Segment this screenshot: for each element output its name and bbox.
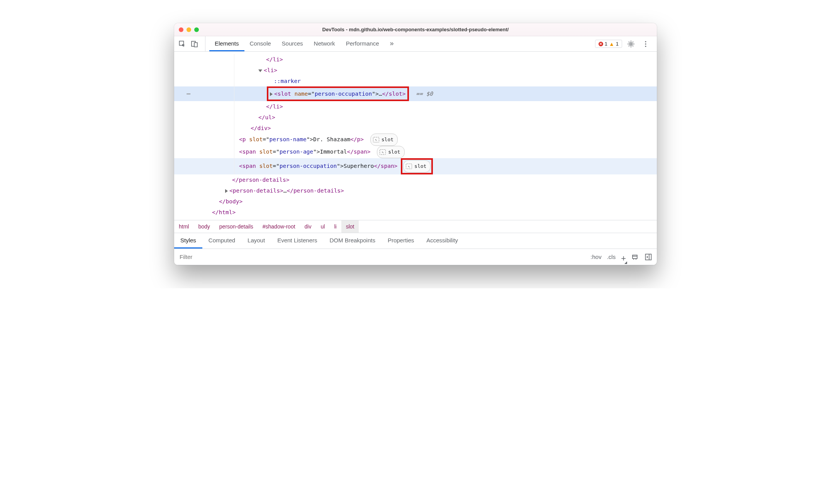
tab-sources[interactable]: Sources [276, 36, 309, 51]
svg-point-3 [630, 43, 632, 45]
reveal-slot-badge[interactable]: ↖slot [403, 160, 431, 173]
crumb-body[interactable]: body [193, 220, 214, 233]
crumb-slot[interactable]: slot [341, 220, 359, 233]
settings-gear-icon[interactable] [625, 38, 637, 50]
cls-toggle[interactable]: .cls [607, 254, 616, 260]
tab-elements[interactable]: Elements [209, 36, 244, 51]
tab-network[interactable]: Network [309, 36, 341, 51]
tab-styles[interactable]: Styles [174, 233, 202, 249]
warning-count: 1 [616, 41, 619, 47]
window-title: DevTools - mdn.github.io/web-components-… [174, 27, 657, 32]
tab-dom-breakpoints[interactable]: DOM Breakpoints [324, 233, 382, 249]
tab-accessibility[interactable]: Accessibility [420, 233, 464, 249]
dom-node[interactable]: </html> [174, 207, 657, 218]
dom-node[interactable]: <person-details>…</person-details> [174, 185, 657, 196]
dom-node[interactable]: </ul> [174, 112, 657, 123]
reveal-icon: ↖ [380, 149, 386, 155]
device-toolbar-icon[interactable] [189, 38, 200, 50]
svg-rect-7 [633, 255, 637, 259]
reveal-icon: ↖ [373, 137, 379, 142]
highlight-box: <slot name="person-occupation">…</slot> [267, 86, 409, 101]
toggle-common-rendering-icon[interactable] [631, 253, 639, 261]
svg-point-4 [645, 41, 646, 42]
dom-node[interactable]: ::marker [174, 76, 657, 86]
styles-filter-row: :hov .cls +◢ [174, 249, 657, 265]
dom-node[interactable]: <span slot="person-age">Immortal</span> … [174, 146, 657, 158]
dom-node[interactable]: <span slot="person-occupation">Superhero… [174, 158, 657, 174]
tab-layout[interactable]: Layout [241, 233, 271, 249]
error-icon: ✕ [599, 42, 603, 46]
toggle-computed-sidebar-icon[interactable] [644, 253, 652, 261]
devtools-window: DevTools - mdn.github.io/web-components-… [174, 23, 657, 265]
error-count: 1 [605, 41, 607, 47]
svg-point-5 [645, 43, 646, 44]
main-toolbar: Elements Console Sources Network Perform… [174, 36, 657, 52]
reveal-slot-badge[interactable]: ↖slot [370, 134, 398, 146]
reveal-slot-badge[interactable]: ↖slot [377, 146, 404, 158]
svg-rect-2 [194, 42, 197, 47]
gutter-menu-icon[interactable]: ⋯ [174, 86, 203, 101]
panel-tabs: Elements Console Sources Network Perform… [209, 36, 595, 51]
tab-properties[interactable]: Properties [382, 233, 420, 249]
highlight-box: ↖slot [401, 158, 433, 174]
expand-toggle-icon[interactable] [258, 69, 262, 72]
tab-computed[interactable]: Computed [202, 233, 241, 249]
titlebar: DevTools - mdn.github.io/web-components-… [174, 23, 657, 36]
expand-toggle-icon[interactable] [225, 189, 228, 193]
elements-tree[interactable]: </li> <li> ::marker ⋯ <slot name="person… [174, 52, 657, 220]
dom-node[interactable]: </person-details> [174, 174, 657, 185]
crumb-ul[interactable]: ul [316, 220, 329, 233]
breadcrumb: html body person-details #shadow-root di… [174, 220, 657, 233]
dom-node[interactable]: </div> [174, 123, 657, 134]
dom-node[interactable]: </li> [174, 101, 657, 112]
crumb-person-details[interactable]: person-details [215, 220, 258, 233]
console-ref: == $0 [416, 91, 433, 97]
tabs-overflow-icon[interactable]: » [385, 36, 399, 51]
dom-node[interactable]: <li> [174, 65, 657, 76]
hov-toggle[interactable]: :hov [590, 254, 601, 260]
crumb-html[interactable]: html [174, 220, 193, 233]
kebab-menu-icon[interactable] [640, 38, 651, 50]
tab-performance[interactable]: Performance [341, 36, 385, 51]
dom-node-selected[interactable]: ⋯ <slot name="person-occupation">…</slot… [174, 86, 657, 101]
tab-console[interactable]: Console [244, 36, 276, 51]
styles-filter-input[interactable] [174, 249, 586, 265]
crumb-div[interactable]: div [300, 220, 316, 233]
sidebar-tabs: Styles Computed Layout Event Listeners D… [174, 233, 657, 249]
dom-node[interactable]: </li> [174, 54, 657, 65]
svg-point-6 [645, 46, 646, 47]
crumb-li[interactable]: li [329, 220, 341, 233]
warning-icon: ▲ [609, 41, 614, 47]
inspect-element-icon[interactable] [176, 38, 188, 50]
issues-counter[interactable]: ✕ 1 ▲ 1 [595, 40, 622, 48]
dom-node[interactable]: <p slot="person-name">Dr. Shazaam</p> ↖s… [174, 134, 657, 146]
crumb-shadow-root[interactable]: #shadow-root [258, 220, 300, 233]
svg-rect-8 [646, 254, 651, 260]
dom-node[interactable]: </body> [174, 196, 657, 207]
reveal-icon: ↖ [406, 164, 412, 169]
tab-event-listeners[interactable]: Event Listeners [271, 233, 323, 249]
expand-toggle-icon[interactable] [270, 92, 273, 96]
new-style-rule-icon[interactable]: +◢ [621, 254, 626, 264]
